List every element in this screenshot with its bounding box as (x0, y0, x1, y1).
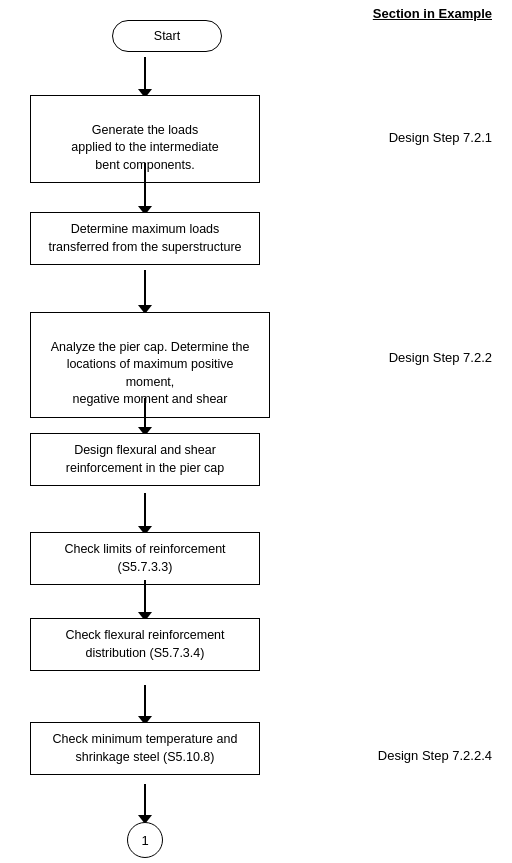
node-end: 1 (127, 822, 163, 858)
flowchart: Section in Example Start Generate the lo… (0, 0, 512, 863)
node-step2: Determine maximum loads transferred from… (30, 212, 260, 265)
side-label-1: Design Step 7.2.1 (389, 130, 492, 145)
node-step3: Analyze the pier cap. Determine the loca… (30, 312, 270, 418)
arrow-5 (144, 493, 146, 527)
arrow-7 (144, 685, 146, 717)
arrow-3 (144, 270, 146, 306)
node-step7: Check minimum temperature and shrinkage … (30, 722, 260, 775)
node-start: Start (112, 20, 222, 52)
section-header: Section in Example (373, 5, 492, 23)
node-step6: Check flexural reinforcement distributio… (30, 618, 260, 671)
node-step4: Design flexural and shear reinforcement … (30, 433, 260, 486)
arrow-1 (144, 57, 146, 90)
arrow-8 (144, 784, 146, 816)
node-step5: Check limits of reinforcement (S5.7.3.3) (30, 532, 260, 585)
arrow-6 (144, 580, 146, 613)
section-label: Section in Example (373, 6, 492, 21)
side-label-2: Design Step 7.2.2 (389, 350, 492, 365)
arrow-4 (144, 398, 146, 428)
side-label-3: Design Step 7.2.2.4 (378, 748, 492, 763)
arrow-2 (144, 163, 146, 207)
